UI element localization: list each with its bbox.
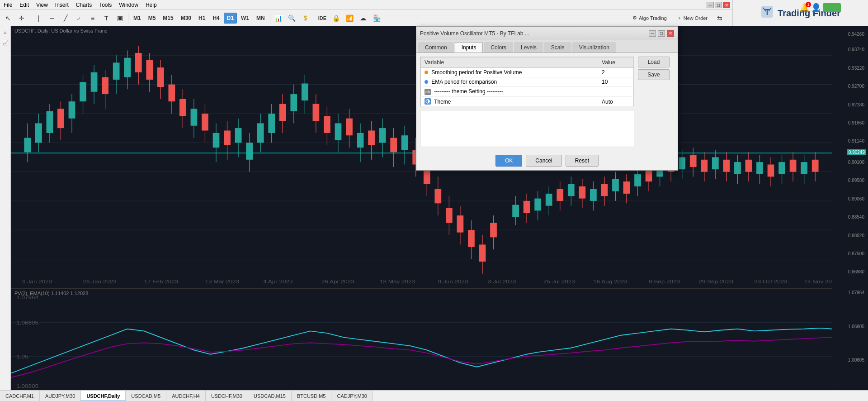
tf-h1-btn[interactable]: H1	[195, 13, 208, 24]
tab-audjpy-m30[interactable]: AUDJPY,M30	[40, 391, 81, 401]
left-tool-2[interactable]: 📈	[1, 38, 10, 47]
ide-btn[interactable]: IDE	[316, 12, 329, 24]
table-row[interactable]: EMA period for comparison 10	[421, 77, 634, 87]
tf-m15-btn[interactable]: M15	[160, 13, 176, 24]
tab-colors[interactable]: Colors	[484, 42, 513, 53]
minimize-app-btn[interactable]: ─	[707, 2, 714, 8]
tf-d1-btn[interactable]: D1	[224, 13, 237, 24]
cursor-tool-btn[interactable]: ↖	[2, 12, 14, 24]
dialog-title-bar: Positive Volume Oscillator MT5 - By TFLa…	[416, 27, 678, 40]
algo-trading-btn[interactable]: ⚙ Algo Trading	[628, 12, 671, 24]
trend-tool-btn[interactable]: ╱	[59, 12, 72, 24]
svg-rect-71	[346, 119, 353, 136]
tf-m5-btn[interactable]: M5	[145, 13, 159, 24]
svg-rect-31	[124, 58, 131, 77]
dialog-title: Positive Volume Oscillator MT5 - By TFLa…	[420, 30, 529, 37]
cloud-btn[interactable]: ☁	[357, 12, 369, 24]
crosshair-tool-btn[interactable]: ✛	[15, 12, 28, 24]
menu-file[interactable]: File	[4, 2, 12, 8]
price-0.91140: 0.91140	[848, 138, 864, 143]
var-2-value[interactable]: 10	[598, 77, 633, 87]
var-4-value[interactable]: Auto	[598, 97, 633, 107]
menu-insert[interactable]: Insert	[55, 2, 69, 8]
close-app-btn[interactable]: ✕	[723, 2, 730, 8]
fib-tool-btn[interactable]: ≡	[86, 12, 99, 24]
tf-mn-btn[interactable]: MN	[253, 13, 268, 24]
dot-o1-blue	[425, 80, 428, 84]
left-tool-1[interactable]: ≡	[1, 28, 10, 37]
shape-tool-btn[interactable]: ▣	[113, 12, 126, 24]
svg-rect-81	[401, 135, 408, 150]
signal-btn[interactable]: 📶	[343, 12, 356, 24]
save-btn[interactable]: Save	[638, 69, 670, 80]
dialog-controls: ─ □ ✕	[649, 30, 674, 37]
tab-inputs[interactable]: Inputs	[455, 42, 483, 53]
lock-btn[interactable]: 🔒	[330, 12, 342, 24]
reset-btn[interactable]: Reset	[566, 155, 599, 167]
tf-m1-btn[interactable]: M1	[130, 13, 144, 24]
menu-edit[interactable]: Edit	[19, 2, 29, 8]
price-scale: 0.94260 0.93740 0.93220 0.92700 0.92180 …	[832, 26, 868, 390]
svg-rect-59	[279, 104, 286, 121]
svg-rect-89	[446, 208, 453, 223]
maximize-app-btn[interactable]: □	[715, 2, 722, 8]
menu-help[interactable]: Help	[146, 2, 157, 8]
menu-charts[interactable]: Charts	[76, 2, 92, 8]
zoom-btn[interactable]: 🔍	[286, 12, 298, 24]
tab-visualization[interactable]: Visualization	[572, 42, 616, 53]
tab-usdcad-m5[interactable]: USDCAD,M5	[126, 391, 166, 401]
svg-rect-121	[634, 174, 641, 186]
cancel-btn[interactable]: Cancel	[526, 155, 561, 167]
dialog-maximize-btn[interactable]: □	[658, 30, 665, 37]
ok-btn[interactable]: OK	[495, 155, 522, 167]
svg-rect-145	[768, 165, 774, 177]
params-table-scroll[interactable]: Variable Value Smoothing period for Posi…	[420, 57, 634, 107]
chart-type-btn[interactable]: 📊	[272, 12, 285, 24]
var-1-value[interactable]: 2	[598, 68, 633, 77]
indicator-panel[interactable]: PV(2), EMA(10) 1.11402 1.12028 1.07964 1…	[11, 288, 832, 390]
tab-cadjpy-m30[interactable]: CADJPY,M30	[331, 391, 373, 401]
svg-rect-13	[24, 138, 31, 153]
table-row[interactable]: Theme Auto	[421, 97, 634, 107]
dialog-minimize-btn[interactable]: ─	[649, 30, 656, 37]
tab-btcusd-m5[interactable]: BTCUSD,M5	[292, 391, 332, 401]
toolbar-separator-2	[128, 13, 128, 24]
tf-m30-btn[interactable]: M30	[178, 13, 194, 24]
tf-h4-btn[interactable]: H4	[209, 13, 222, 24]
load-btn[interactable]: Load	[638, 57, 670, 67]
tab-audchf-h4[interactable]: AUDCHF,H4	[166, 391, 206, 401]
var-1-label: Smoothing period for Positive Volume	[431, 69, 522, 76]
svg-rect-73	[357, 133, 364, 148]
menu-view[interactable]: View	[36, 2, 48, 8]
table-row[interactable]: Smoothing period for Positive Volume 2	[421, 68, 634, 77]
new-order-btn[interactable]: ＋ New Order	[673, 12, 712, 24]
svg-text:26 Apr 2023: 26 Apr 2023	[321, 279, 354, 285]
ind-price-1: 1.07964	[848, 290, 864, 295]
menu-tools[interactable]: Tools	[99, 2, 112, 8]
gold-btn[interactable]: $	[299, 12, 312, 24]
market-btn[interactable]: 🏪	[370, 12, 383, 24]
tab-usdchf-daily[interactable]: USDCHF,Daily	[81, 391, 126, 401]
arrows-btn[interactable]: ⇆	[713, 12, 726, 24]
svg-rect-107	[557, 189, 563, 201]
svg-text:1.00805: 1.00805	[16, 384, 38, 389]
tab-levels[interactable]: Levels	[514, 42, 543, 53]
tab-common[interactable]: Common	[418, 42, 454, 53]
table-row: ab --------- theme Setting ---------	[421, 87, 634, 97]
svg-rect-63	[302, 83, 308, 100]
tab-usdchf-m30[interactable]: USDCHF,M30	[206, 391, 248, 401]
text-tool-btn[interactable]: T	[100, 12, 113, 24]
channel-tool-btn[interactable]: ⟋	[73, 12, 85, 24]
svg-rect-151	[801, 162, 807, 174]
var-4-label: Theme	[434, 99, 451, 105]
tab-usdcad-m15[interactable]: USDCAD,M15	[248, 391, 292, 401]
tf-w1-btn[interactable]: W1	[238, 13, 252, 24]
dialog-close-btn[interactable]: ✕	[667, 30, 674, 37]
price-0.91660: 0.91660	[848, 120, 864, 125]
line-tool-btn[interactable]: |	[32, 12, 45, 24]
tab-cadchf-m1[interactable]: CADCHF,M1	[0, 391, 40, 401]
svg-text:14 Nov 2023: 14 Nov 2023	[804, 279, 832, 285]
tab-scale[interactable]: Scale	[544, 42, 571, 53]
menu-window[interactable]: Window	[119, 2, 138, 8]
hline-tool-btn[interactable]: ─	[46, 12, 58, 24]
